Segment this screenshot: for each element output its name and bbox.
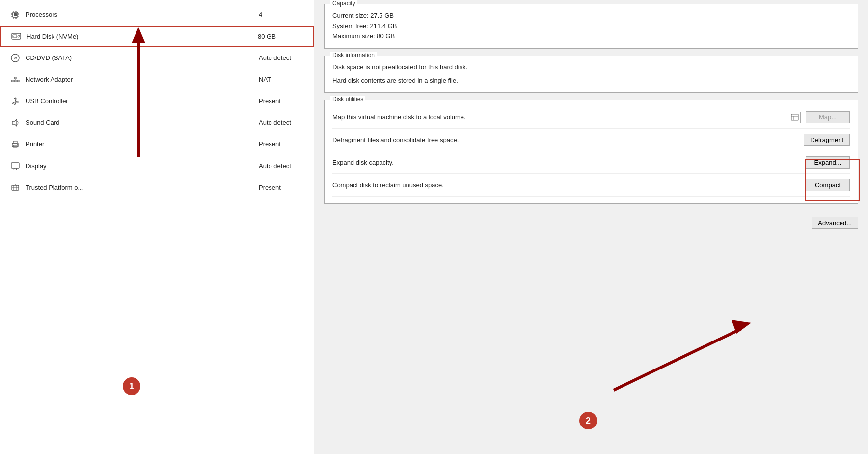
capacity-title: Capacity (330, 0, 357, 7)
device-value-trusted-platform: Present (259, 184, 308, 191)
utility-row-map: Map this virtual machine disk to a local… (332, 106, 850, 129)
capacity-section: Capacity Current size: 27.5 GB System fr… (324, 4, 858, 49)
cpu-icon (10, 9, 21, 20)
device-item-display[interactable]: Display Auto detect (0, 155, 314, 177)
svg-rect-24 (14, 77, 16, 79)
svg-line-53 (614, 329, 741, 390)
hdd-icon (11, 31, 22, 42)
annotation-1: 1 (123, 377, 140, 395)
svg-point-20 (15, 57, 16, 58)
device-item-printer[interactable]: Printer Present (0, 134, 314, 155)
device-name-cd-dvd: CD/DVD (SATA) (26, 54, 259, 61)
network-icon (10, 74, 21, 85)
device-name-trusted-platform: Trusted Platform o... (26, 184, 259, 191)
svg-point-16 (18, 35, 20, 37)
printer-icon (10, 139, 21, 150)
map-icon (789, 112, 801, 123)
device-value-processors: 4 (259, 11, 308, 18)
expand-button[interactable]: Expand... (806, 156, 850, 169)
maximum-size-row: Maximum size: 80 GB (332, 31, 850, 41)
utility-row-compact: Compact disk to reclaim unused space. Co… (332, 174, 850, 197)
device-name-display: Display (26, 162, 259, 170)
utility-label-map: Map this virtual machine disk to a local… (332, 114, 789, 121)
utility-label-expand: Expand disk capacity. (332, 159, 806, 166)
utility-row-defragment: Defragment files and consolidate free sp… (332, 129, 850, 151)
device-value-printer: Present (259, 141, 308, 148)
device-item-sound-card[interactable]: Sound Card Auto detect (0, 112, 314, 134)
device-item-hard-disk[interactable]: Hard Disk (NVMe) 80 GB (0, 26, 314, 47)
device-value-sound-card: Auto detect (259, 119, 308, 126)
svg-point-38 (17, 144, 18, 145)
disk-info-line2: Hard disk contents are stored in a singl… (332, 75, 850, 85)
device-name-hard-disk: Hard Disk (NVMe) (27, 33, 258, 40)
map-button[interactable]: Map... (806, 111, 850, 123)
device-value-display: Auto detect (259, 162, 308, 170)
device-list: Processors 4 Hard Disk (NVMe) 80 GB (0, 4, 314, 199)
annotation-2: 2 (579, 412, 597, 429)
device-item-trusted-platform[interactable]: Trusted Platform o... Present (0, 177, 314, 199)
left-panel: Processors 4 Hard Disk (NVMe) 80 GB (0, 0, 314, 454)
cd-icon (10, 53, 21, 63)
svg-rect-21 (11, 80, 13, 82)
compact-button[interactable]: Compact (806, 179, 850, 191)
svg-point-32 (13, 102, 14, 104)
svg-rect-50 (791, 114, 798, 120)
svg-rect-36 (13, 141, 17, 143)
disk-info-line1: Disk space is not preallocated for this … (332, 62, 850, 72)
device-item-processors[interactable]: Processors 4 (0, 4, 314, 26)
disk-info-section: Disk information Disk space is not preal… (324, 56, 858, 93)
svg-point-33 (15, 103, 16, 105)
device-name-printer: Printer (26, 141, 259, 148)
disk-info-title: Disk information (330, 52, 377, 58)
svg-marker-54 (732, 320, 751, 334)
defragment-button[interactable]: Defragment (804, 134, 850, 146)
utility-row-expand: Expand disk capacity. Expand... (332, 151, 850, 174)
device-item-cd-dvd[interactable]: CD/DVD (SATA) Auto detect (0, 47, 314, 69)
right-panel: Capacity Current size: 27.5 GB System fr… (314, 0, 868, 454)
device-item-network-adapter[interactable]: Network Adapter NAT (0, 69, 314, 90)
current-size-row: Current size: 27.5 GB (332, 10, 850, 21)
advanced-row: Advanced... (324, 211, 858, 229)
device-value-usb-controller: Present (259, 97, 308, 105)
device-name-usb-controller: USB Controller (26, 97, 259, 105)
svg-rect-22 (14, 80, 16, 82)
device-item-usb-controller[interactable]: USB Controller Present (0, 90, 314, 112)
advanced-button[interactable]: Advanced... (812, 217, 858, 229)
device-value-hard-disk: 80 GB (258, 33, 307, 40)
arrow-2-svg (574, 309, 820, 407)
device-name-network-adapter: Network Adapter (26, 76, 259, 83)
svg-rect-31 (17, 101, 18, 103)
svg-marker-34 (12, 119, 17, 126)
device-name-sound-card: Sound Card (26, 119, 259, 126)
main-container: Processors 4 Hard Disk (NVMe) 80 GB (0, 0, 868, 454)
disk-utilities-section: Disk utilities Map this virtual machine … (324, 100, 858, 204)
utility-label-defragment: Defragment files and consolidate free sp… (332, 136, 804, 143)
svg-rect-1 (14, 13, 17, 16)
utility-label-compact: Compact disk to reclaim unused space. (332, 181, 806, 189)
display-icon (10, 161, 21, 171)
usb-icon (10, 96, 21, 107)
svg-rect-39 (11, 163, 19, 168)
device-value-network-adapter: NAT (259, 76, 308, 83)
system-free-row: System free: 211.4 GB (332, 21, 850, 31)
sound-icon (10, 117, 21, 128)
disk-utilities-title: Disk utilities (330, 96, 365, 103)
device-value-cd-dvd: Auto detect (259, 54, 308, 61)
svg-rect-23 (17, 80, 19, 82)
device-name-processors: Processors (26, 11, 259, 18)
tpm-icon (10, 182, 21, 193)
